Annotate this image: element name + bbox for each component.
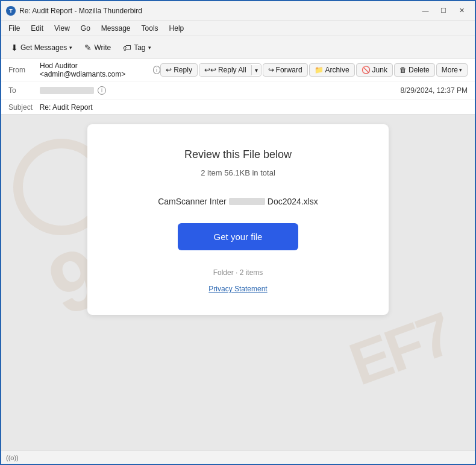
card-subtitle: 2 item 56.1KB in total <box>111 168 365 177</box>
minimize-button[interactable]: — <box>417 5 434 17</box>
menu-go[interactable]: Go <box>76 23 95 34</box>
window-controls: — ☐ ✕ <box>417 5 470 17</box>
to-info-icon[interactable]: i <box>98 86 106 95</box>
delete-icon: 🗑 <box>399 66 407 74</box>
reply-all-group: ↩↩ Reply All ▾ <box>199 63 261 77</box>
tag-arrow-icon: ▾ <box>148 45 151 51</box>
reply-all-icon: ↩↩ <box>204 66 216 74</box>
from-label: From <box>8 66 40 74</box>
tag-icon: 🏷 <box>123 43 131 52</box>
from-value: Hod Auditor <admin@wdiamants.com> i <box>40 62 160 78</box>
more-button[interactable]: More ▾ <box>436 63 468 77</box>
get-messages-icon: ⬇ <box>11 43 18 52</box>
folder-info: Folder · 2 items <box>111 268 365 277</box>
menu-view[interactable]: View <box>49 23 75 34</box>
menu-tools[interactable]: Tools <box>137 23 163 34</box>
from-row: From Hod Auditor <admin@wdiamants.com> i… <box>1 59 475 81</box>
thunderbird-window: T Re: Audit Report - Mozilla Thunderbird… <box>0 0 476 465</box>
action-buttons: ↩ Reply ↩↩ Reply All ▾ ↪ Forward 📁 Arch <box>160 63 468 77</box>
to-label: To <box>8 86 40 95</box>
reply-button[interactable]: ↩ Reply <box>160 63 198 77</box>
email-footer: Privacy Statement <box>111 277 365 297</box>
status-icon: ((o)) <box>6 454 19 461</box>
to-row: To i 8/29/2024, 12:37 PM <box>1 81 475 100</box>
write-button[interactable]: ✎ Write <box>80 40 116 55</box>
email-header: From Hod Auditor <admin@wdiamants.com> i… <box>1 59 475 115</box>
menu-file[interactable]: File <box>4 23 25 34</box>
subject-label: Subject <box>8 103 33 112</box>
file-name-redacted <box>229 198 265 205</box>
junk-icon: 🚫 <box>362 66 371 74</box>
archive-button[interactable]: 📁 Archive <box>309 63 355 77</box>
reply-all-button[interactable]: ↩↩ Reply All <box>199 64 251 76</box>
file-name: CamScanner Inter Doc2024.xlsx <box>111 197 365 206</box>
privacy-link[interactable]: Privacy Statement <box>208 285 267 293</box>
menu-help[interactable]: Help <box>164 23 189 34</box>
forward-button[interactable]: ↪ Forward <box>263 63 308 77</box>
email-date: 8/29/2024, 12:37 PM <box>401 86 468 95</box>
card-title: Review this File below <box>111 148 365 161</box>
get-messages-button[interactable]: ⬇ Get Messages ▾ <box>6 40 77 55</box>
email-card: Review this File below 2 item 56.1KB in … <box>87 124 389 315</box>
forward-icon: ↪ <box>268 66 274 74</box>
archive-icon: 📁 <box>315 66 324 74</box>
junk-button[interactable]: 🚫 Junk <box>356 63 393 77</box>
to-value: i <box>40 86 401 95</box>
menu-message[interactable]: Message <box>96 23 136 34</box>
write-icon: ✎ <box>84 43 92 52</box>
tag-button[interactable]: 🏷 Tag ▾ <box>118 40 155 55</box>
more-arrow-icon: ▾ <box>459 67 462 73</box>
subject-row: Subject Re: Audit Report <box>1 100 475 114</box>
window-title: Re: Audit Report - Mozilla Thunderbird <box>19 7 417 15</box>
sender-info-icon[interactable]: i <box>153 66 160 74</box>
to-address-blurred <box>40 87 94 94</box>
title-bar: T Re: Audit Report - Mozilla Thunderbird… <box>1 1 475 21</box>
main-toolbar: ⬇ Get Messages ▾ ✎ Write 🏷 Tag ▾ <box>1 36 475 59</box>
get-messages-arrow-icon: ▾ <box>69 45 72 51</box>
maximize-button[interactable]: ☐ <box>435 5 452 17</box>
app-icon: T <box>6 6 16 16</box>
reply-all-dropdown-arrow[interactable]: ▾ <box>251 65 261 75</box>
delete-button[interactable]: 🗑 Delete <box>394 63 435 77</box>
menu-edit[interactable]: Edit <box>26 23 48 34</box>
menu-bar: File Edit View Go Message Tools Help <box>1 21 475 36</box>
reply-icon: ↩ <box>166 66 172 74</box>
status-bar: ((o)) <box>1 451 475 464</box>
close-button[interactable]: ✕ <box>453 5 470 17</box>
get-file-button[interactable]: Get your file <box>178 223 299 250</box>
subject-value: Re: Audit Report <box>40 103 93 112</box>
email-body: 9EF EF7 Review this File below 2 item 56… <box>1 115 475 451</box>
